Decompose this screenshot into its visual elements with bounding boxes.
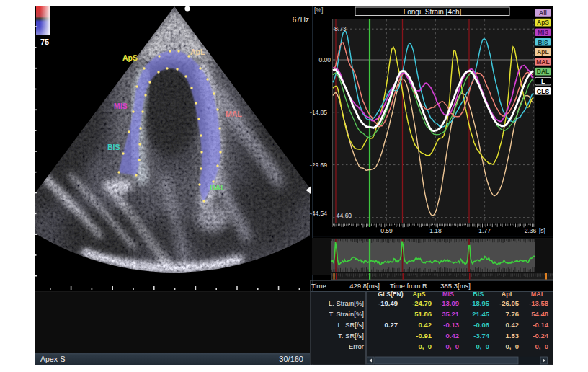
svg-text:Time from R:: Time from R:	[390, 282, 429, 290]
svg-text:-18.95: -18.95	[470, 299, 490, 307]
svg-text:Apex-S: Apex-S	[40, 355, 65, 363]
svg-text:-0.24: -0.24	[533, 332, 548, 340]
svg-text:1.53: 1.53	[506, 332, 520, 340]
svg-text:35.21: 35.21	[442, 310, 459, 318]
svg-text:1.77: 1.77	[478, 227, 491, 234]
svg-text:7.76: 7.76	[506, 310, 520, 318]
svg-text:0, 0: 0, 0	[535, 342, 549, 350]
svg-text:0, 0: 0, 0	[506, 342, 520, 350]
svg-text:-0.06: -0.06	[473, 321, 489, 329]
svg-text:2.36: 2.36	[525, 227, 537, 234]
svg-text:0.42: 0.42	[506, 321, 520, 329]
svg-text:MAL: MAL	[226, 110, 242, 118]
svg-text:ApL: ApL	[537, 48, 549, 56]
svg-text:ApS: ApS	[413, 291, 426, 298]
svg-text:429.8[ms]: 429.8[ms]	[349, 282, 380, 290]
svg-text:0, 0: 0, 0	[476, 342, 490, 350]
svg-text:BAL: BAL	[210, 183, 226, 192]
svg-text:MIS: MIS	[538, 29, 548, 36]
svg-text:ApS: ApS	[122, 53, 138, 62]
svg-text:MAL: MAL	[531, 291, 545, 298]
svg-text:[s]: [s]	[539, 227, 545, 234]
svg-text:-24.79: -24.79	[412, 299, 432, 307]
svg-text:-0.13: -0.13	[443, 321, 459, 329]
svg-text:1.18: 1.18	[429, 227, 442, 234]
svg-text:GLS: GLS	[537, 88, 550, 95]
svg-text:T. Strain[%]: T. Strain[%]	[329, 310, 364, 318]
svg-text:L. SR[/s]: L. SR[/s]	[338, 321, 364, 329]
svg-text:0.59: 0.59	[380, 227, 393, 234]
svg-text:-3.74: -3.74	[473, 332, 489, 340]
svg-text:MAL: MAL	[536, 58, 549, 66]
svg-text:0.27: 0.27	[385, 321, 398, 329]
svg-text:30/160: 30/160	[279, 355, 303, 363]
svg-text:0.00: 0.00	[318, 56, 331, 63]
svg-text:All: All	[539, 9, 547, 17]
svg-text:ApL: ApL	[190, 48, 205, 56]
svg-text:MIS: MIS	[114, 102, 128, 110]
svg-text:385.3[ms]: 385.3[ms]	[440, 282, 471, 290]
svg-text:51.86: 51.86	[414, 310, 432, 318]
svg-text:-0.91: -0.91	[416, 332, 432, 340]
svg-text:75: 75	[40, 37, 49, 46]
svg-text:0.42: 0.42	[446, 332, 460, 340]
svg-text:-26.05: -26.05	[499, 299, 520, 307]
svg-text:-0.14: -0.14	[533, 321, 548, 329]
svg-text:-13.58: -13.58	[529, 299, 548, 307]
svg-text:T. SR[/s]: T. SR[/s]	[338, 332, 364, 340]
svg-text:BIS: BIS	[107, 143, 120, 151]
svg-text:[%]: [%]	[314, 6, 323, 14]
svg-text:Time:: Time:	[311, 282, 328, 290]
svg-text:8.73: 8.73	[334, 25, 347, 32]
svg-text:GLS(EN): GLS(EN)	[378, 291, 404, 298]
svg-text:-19.49: -19.49	[378, 299, 398, 307]
svg-text:L. Strain[%]: L. Strain[%]	[329, 299, 364, 307]
svg-text:BIS: BIS	[538, 39, 548, 46]
svg-text:ApL: ApL	[502, 291, 514, 298]
svg-text:L: L	[541, 78, 545, 85]
svg-text:Longi. Strain [4ch]: Longi. Strain [4ch]	[404, 8, 462, 16]
svg-text:-13.09: -13.09	[440, 299, 459, 307]
svg-text:67Hz: 67Hz	[293, 16, 309, 24]
svg-text:ApS: ApS	[537, 19, 549, 26]
svg-text:0, 0: 0, 0	[419, 342, 432, 350]
svg-text:BIS: BIS	[473, 291, 484, 298]
svg-text:21.45: 21.45	[472, 310, 489, 318]
svg-text:0.42: 0.42	[419, 321, 432, 329]
svg-text:-44.60: -44.60	[334, 212, 352, 219]
svg-text:0, 0: 0, 0	[446, 342, 460, 350]
svg-text:Error: Error	[349, 342, 364, 350]
svg-text:54.48: 54.48	[531, 310, 548, 318]
svg-text:BAL: BAL	[537, 68, 549, 75]
svg-text:MIS: MIS	[442, 291, 454, 298]
